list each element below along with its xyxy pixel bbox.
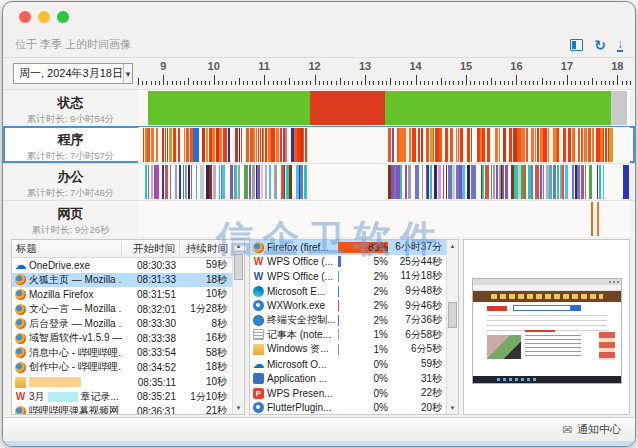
scroll-up-icon[interactable]: ▲: [236, 240, 242, 252]
program-name-cell: 终端安全控制...: [250, 313, 338, 327]
scroll-up-icon[interactable]: ▲: [450, 240, 456, 252]
table-row[interactable]: 文心一言 — Mozilla ...08:32:011分28秒: [12, 302, 232, 317]
table-row[interactable]: 后台登录 — Mozilla ...08:33:308秒: [12, 316, 232, 331]
list-scrollbar[interactable]: ▲ ▼: [446, 240, 458, 414]
window-title-cell: [12, 377, 122, 388]
screenshot-thumbnail[interactable]: [463, 239, 630, 415]
window-title-cell: 哔哩哔哩弹幕视频网 ...: [12, 404, 122, 414]
start-time-cell: 08:35:21: [122, 391, 180, 402]
usage-bar-zone: 0%: [338, 371, 390, 386]
timeline-track-web[interactable]: [138, 201, 630, 237]
program-row[interactable]: ☁Microsoft O...0%59秒: [250, 357, 446, 372]
timeline-track-status[interactable]: [138, 90, 630, 126]
table-row[interactable]: ☁OneDrive.exe08:30:3359秒: [12, 258, 232, 273]
app-icon: [253, 373, 264, 384]
usage-percent: 0%: [374, 359, 388, 370]
program-name-cell: Application ...: [250, 373, 338, 384]
refresh-icon[interactable]: ↻: [594, 38, 606, 52]
timeline-row-status[interactable]: 状态累计时长: 9小时54分: [3, 89, 635, 126]
window-title-cell: 后台登录 — Mozilla ...: [12, 317, 122, 331]
usage-duration: 7分36秒: [390, 313, 446, 327]
program-name: Application ...: [267, 373, 327, 384]
program-name-cell: PWPS Presen...: [250, 388, 338, 399]
program-row[interactable]: 记事本 (note...1%6分58秒: [250, 328, 446, 343]
wxwork-icon: [253, 300, 264, 311]
usage-bar: [338, 344, 339, 355]
notification-center-link[interactable]: 通知中心: [577, 422, 621, 437]
usage-duration: 25分44秒: [390, 255, 446, 269]
timeline-track-programs[interactable]: [138, 127, 630, 163]
table-header[interactable]: 标题开始时间持续时间: [12, 240, 232, 258]
timeline-track-office[interactable]: [138, 164, 630, 200]
usage-bar: [338, 286, 339, 297]
table-row[interactable]: 火狐主页 — Mozilla ...08:31:3318秒: [12, 273, 232, 288]
scrollbar-thumb[interactable]: [234, 254, 243, 280]
table-row[interactable]: 消息中心 - 哔哩哔哩...08:33:5458秒: [12, 346, 232, 361]
table-row[interactable]: 创作中心 - 哔哩哔哩...08:34:5218秒: [12, 360, 232, 375]
scroll-down-icon[interactable]: ▼: [236, 402, 242, 414]
scroll-down-icon[interactable]: ▼: [450, 402, 456, 414]
program-row[interactable]: Application ...0%31秒: [250, 371, 446, 386]
table-row[interactable]: W3月章记录...08:35:211分10秒: [12, 389, 232, 404]
window-title-cell: W3月章记录...: [12, 390, 122, 404]
export-download-icon[interactable]: ↓: [617, 38, 623, 52]
usage-percent: 1%: [374, 329, 388, 340]
program-name: WPS Office (...: [267, 256, 333, 267]
table-row[interactable]: 哔哩哔哩弹幕视频网 ...08:36:3121秒: [12, 404, 232, 414]
folder-icon: [15, 377, 26, 388]
program-name-cell: FlutterPlugin...: [250, 402, 338, 413]
title-text: 消息中心 - 哔哩哔哩...: [29, 346, 122, 360]
program-row[interactable]: Microsoft E...2%9分48秒: [250, 284, 446, 299]
duration-cell: 16秒: [180, 331, 232, 345]
start-time-cell: 08:30:33: [122, 260, 180, 271]
close-button[interactable]: [19, 11, 31, 23]
scrollbar-thumb[interactable]: [448, 302, 457, 328]
program-name: 终端安全控制...: [267, 313, 335, 327]
program-row[interactable]: Firefox (firef...83%6小时37分: [250, 240, 446, 255]
row-title: 状态: [3, 94, 138, 112]
usage-bar: [338, 315, 339, 326]
program-row[interactable]: Windows 资...1%6分5秒: [250, 342, 446, 357]
firefox-icon: [15, 289, 26, 300]
program-row[interactable]: FlutterPlugin...0%20秒: [250, 401, 446, 414]
window-title-cell: 火狐主页 — Mozilla ...: [12, 273, 122, 287]
table-row[interactable]: 域智盾软件-v1.5.9 —...08:33:3816秒: [12, 331, 232, 346]
hour-label: 11: [258, 60, 270, 72]
program-row[interactable]: WXWork.exe2%9分46秒: [250, 298, 446, 313]
envelope-icon: ✉: [562, 423, 572, 437]
program-row[interactable]: 终端安全控制...2%7分36秒: [250, 313, 446, 328]
usage-duration: 6分58秒: [390, 328, 446, 342]
usage-duration: 20秒: [390, 401, 446, 414]
timeline-row-web[interactable]: 网页累计时长: 9分26秒: [3, 200, 635, 237]
program-row[interactable]: WWPS Office (...2%11分18秒: [250, 269, 446, 284]
row-cumulative-duration: 累计时长: 9小时54分: [3, 113, 138, 126]
column-header[interactable]: 开始时间: [122, 240, 180, 257]
program-row[interactable]: PWPS Presen...0%22秒: [250, 386, 446, 401]
usage-bar-zone: 2%: [338, 269, 390, 284]
firefox-icon: [15, 304, 26, 315]
minimize-button[interactable]: [38, 11, 50, 23]
toolbar: 位于 李季 上的时间画像 ↻ ↓: [3, 32, 635, 58]
date-picker[interactable]: 周一, 2024年3月18日 ▾: [13, 63, 133, 84]
column-header[interactable]: 标题: [12, 240, 122, 257]
usage-duration: 22秒: [390, 386, 446, 400]
zoom-button[interactable]: [57, 11, 69, 23]
hour-label: 17: [561, 60, 573, 72]
program-name: Windows 资...: [267, 342, 329, 356]
table-row[interactable]: Mozilla Firefox08:31:5110秒: [12, 287, 232, 302]
program-name-cell: Windows 资...: [250, 342, 338, 356]
firefox-icon: [253, 242, 264, 253]
table-scrollbar[interactable]: ▲ ▼: [232, 240, 244, 414]
timeline-row-programs[interactable]: 程序累计时长: 7小时57分: [3, 126, 635, 163]
usage-duration: 6分5秒: [390, 342, 446, 356]
panel-view-icon[interactable]: [570, 39, 583, 51]
window-activity-table: 标题开始时间持续时间 ☁OneDrive.exe08:30:3359秒火狐主页 …: [11, 239, 245, 415]
usage-duration: 59秒: [390, 357, 446, 371]
title-text: 域智盾软件-v1.5.9 —...: [29, 331, 122, 345]
program-row[interactable]: WWPS Office (...5%25分44秒: [250, 255, 446, 270]
chevron-down-icon[interactable]: ▾: [123, 64, 132, 83]
timeline-row-office[interactable]: 办公累计时长: 7小时46分: [3, 163, 635, 200]
table-row[interactable]: 08:35:1110秒: [12, 375, 232, 390]
program-name-cell: 记事本 (note...: [250, 328, 338, 342]
column-header[interactable]: 持续时间: [180, 240, 232, 257]
